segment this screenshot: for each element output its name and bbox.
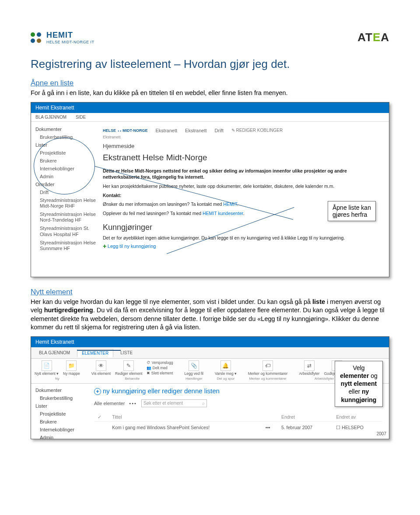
nav-item[interactable]: Styreadministrasjon Helse Nord-Trøndelag… — [35, 210, 97, 224]
ribbon-link[interactable]: ⏱ Versjonslogg — [147, 360, 173, 365]
search-input[interactable]: Søk etter et element⌕ — [141, 399, 207, 407]
table-header[interactable]: Endret — [279, 413, 332, 422]
left-nav: Dokumenter Brukerbestilling Lister Prosj… — [31, 384, 88, 446]
add-kunngjoring-link[interactable]: Legg til ny kunngjøring — [103, 243, 384, 249]
workflow-icon: ⇄ — [304, 360, 315, 371]
ribbon-tab[interactable]: SIDE — [76, 115, 86, 120]
underline-annotation — [77, 350, 121, 351]
ribbon-btn-rediger[interactable]: ✎Rediger element — [115, 360, 142, 376]
list-table: ✓ Tittel Endret Endret av Kom i gang med… — [94, 412, 383, 433]
attach-icon: 📎 — [189, 360, 199, 371]
screenshot-extranet: Hemit Ekstranett BLA GJENNOM SIDE Dokume… — [31, 102, 389, 277]
screenshot-ribbon: Hemit Ekstranett BLA GJENNOM ELEMENTER L… — [31, 336, 389, 439]
search-icon: ⌕ — [202, 401, 205, 406]
ribbon-btn-vis[interactable]: 👁Vis element — [91, 360, 111, 376]
nav-item[interactable]: Styreadministrasjon St. Olavs Hospital H… — [35, 224, 97, 238]
plus-icon: + — [94, 388, 101, 395]
crumb-item[interactable]: Ekstranett — [156, 128, 178, 133]
nav-item[interactable]: Styreadministrasjon Helse Midt-Norge RHF — [35, 196, 97, 210]
nav-item[interactable]: Admin — [35, 434, 88, 441]
table-header — [263, 413, 278, 422]
crumb-item[interactable]: Drift — [215, 128, 224, 133]
row-tail-year: 2007 — [377, 431, 386, 436]
atea-logo: ATEA — [357, 31, 389, 44]
window-titlebar: Hemit Ekstranett — [31, 337, 389, 347]
ribbon-btn-nytt-element[interactable]: 📄Nytt element ▾ — [35, 360, 59, 376]
hemit-brand-sub: HELSE MIDT-NORGE IT — [46, 40, 94, 44]
nav-item[interactable]: Dokumenter — [35, 386, 88, 394]
nav-item[interactable]: Styreadministrasjon Helse Sunnmøre HF — [35, 239, 97, 253]
ribbon-btn-alert[interactable]: 🔔Varsle meg ▾ — [215, 360, 237, 376]
ribbon-btn-workflow[interactable]: ⇄Arbeidsflyter — [299, 360, 319, 376]
ribbon-tab[interactable]: BLA GJENNOM — [35, 349, 74, 357]
hjemmeside-label: Hjemmeside — [103, 143, 384, 149]
nav-item[interactable]: Prosjektliste — [35, 410, 88, 418]
table-row[interactable]: Kom i gang med Windows SharePoint Servic… — [95, 423, 382, 432]
table-header[interactable]: Tittel — [109, 413, 262, 422]
folder-icon: 📁 — [66, 360, 77, 371]
tag-icon: 🏷 — [262, 360, 273, 371]
more-menu[interactable]: ••• — [129, 401, 137, 406]
edit-links[interactable]: ✎ REDIGER KOBLINGER — [231, 128, 283, 133]
document-icon: 📄 — [42, 360, 52, 371]
kunngjoringer-heading: Kunngjøringer — [103, 223, 384, 232]
section1-text: For å gå inn i en liste, kan du klikke p… — [31, 89, 389, 98]
nav-item[interactable]: Brukerbestilling — [35, 394, 88, 402]
ribbon-tabs: BLA GJENNOM ELEMENTER LISTE — [31, 347, 389, 359]
main-heading: Ekstranett Helse Midt-Norge — [103, 153, 384, 162]
window-titlebar: Hemit Ekstranett — [31, 102, 389, 113]
kontakt-label: Kontakt: — [103, 193, 122, 198]
nav-item[interactable]: Lister — [35, 402, 88, 410]
circle-annotation — [34, 138, 95, 194]
table-header[interactable]: Endret av — [333, 413, 382, 422]
hemit-brand-text: HEMIT — [46, 31, 94, 40]
edit-icon: ✎ — [123, 360, 134, 371]
ribbon-link[interactable]: ✖ Slett element — [147, 371, 173, 375]
crumb-item[interactable]: Ekstranett — [185, 128, 207, 133]
ribbon-btn-attach[interactable]: 📎Legg ved fil — [185, 360, 203, 376]
ribbon-btn-tags[interactable]: 🏷Merker og kommentarer — [248, 360, 288, 376]
hemit-logo: HEMIT HELSE MIDT-NORGE IT — [31, 31, 94, 44]
alert-icon: 🔔 — [220, 360, 231, 371]
ribbon-link[interactable]: 👥 Delt med — [147, 366, 173, 370]
view-icon: 👁 — [96, 360, 106, 371]
intro-text: Dette er Helse Midt-Norges nettsted for … — [103, 168, 384, 180]
nav-item[interactable]: Brukere — [35, 418, 88, 426]
section-nytt-element: Nytt element — [31, 288, 389, 296]
ribbon-tab[interactable]: BLA GJENNOM — [35, 115, 66, 120]
callout-choose-elements: Velg elementer og nytt element eller ny … — [335, 361, 383, 407]
table-header[interactable]: ✓ — [95, 413, 108, 422]
mini-logo: HELSE ⬩⬩ MIDT-NORGE — [103, 128, 148, 133]
callout-open-list: Åpne liste kan gjøres herfra — [328, 201, 376, 221]
nav-item[interactable]: Internekoblinger — [35, 426, 88, 434]
nav-item[interactable]: Dokumenter — [35, 125, 97, 133]
crumb-sub: Ekstranett — [103, 135, 384, 139]
section2-text: Her kan du velge hvordan du kan legge ti… — [31, 298, 389, 332]
ribbon-tabs: BLA GJENNOM SIDE — [31, 113, 389, 122]
kunngjoringer-text: Det er for øyeblikket ingen aktive kunng… — [103, 235, 384, 241]
ribbon-btn-ny-mappe[interactable]: 📁Ny mappe — [63, 360, 80, 376]
section-apne-liste: Åpne en liste — [31, 79, 389, 88]
page-title: Registrering av listeelement – Hvordan g… — [31, 57, 389, 71]
ribbon-stack: ⏱ Versjonslogg 👥 Delt med ✖ Slett elemen… — [147, 360, 173, 376]
intro-text-2: Her kan prosjektdeltakerne publisere nyh… — [103, 183, 384, 190]
view-selector[interactable]: Alle elementer — [94, 401, 125, 406]
